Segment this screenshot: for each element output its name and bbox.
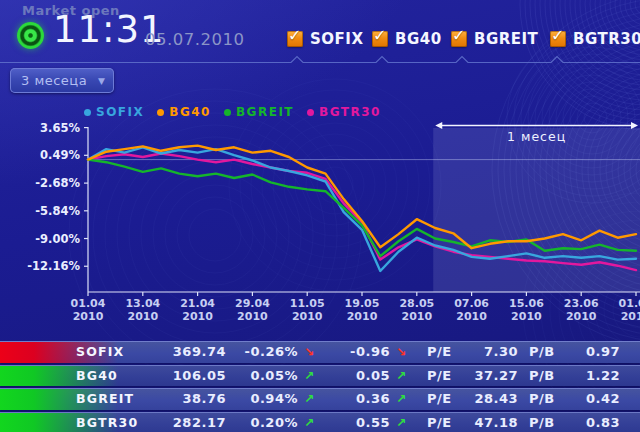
index-change-percent: 0.05% bbox=[232, 366, 298, 387]
y-tick-label: 3.65% bbox=[40, 121, 80, 135]
x-tick-label: 11.052010 bbox=[290, 297, 325, 323]
x-tick-label: 01.042010 bbox=[71, 297, 106, 323]
x-tick-label: 13.042010 bbox=[125, 297, 160, 323]
index-name: SOFIX bbox=[76, 342, 124, 363]
x-tick-label: 15.062010 bbox=[509, 297, 544, 323]
pe-label: P/E bbox=[427, 366, 452, 387]
pe-value: 7.30 bbox=[452, 342, 518, 363]
pe-label: P/E bbox=[427, 342, 452, 363]
x-tick-label: 07.062010 bbox=[454, 297, 489, 323]
highlight-region bbox=[433, 128, 640, 292]
index-name: BGTR30 bbox=[76, 413, 138, 432]
y-tick-label: -12.16% bbox=[27, 259, 80, 273]
pb-label: P/B bbox=[529, 413, 555, 432]
pb-value: 0.42 bbox=[556, 389, 620, 410]
pe-value: 47.18 bbox=[452, 413, 518, 432]
index-value: 38.76 bbox=[140, 389, 226, 410]
y-tick-label: -5.84% bbox=[35, 204, 80, 218]
indices-table: SOFIX 369.74 -0.26% ↘ -0.96 ↘ P/E 7.30 P… bbox=[0, 341, 640, 432]
arrow-right-icon bbox=[631, 122, 638, 129]
index-change-absolute: 0.36 bbox=[330, 389, 390, 410]
trend-arrow-icon: ↗ bbox=[304, 366, 315, 387]
x-tick-label: 29.042010 bbox=[235, 297, 270, 323]
trend-arrow-icon: ↘ bbox=[396, 342, 407, 363]
pb-value: 0.97 bbox=[556, 342, 620, 363]
pb-label: P/B bbox=[529, 342, 555, 363]
table-row-bgreit[interactable]: BGREIT 38.76 0.94% ↗ 0.36 ↗ P/E 28.43 P/… bbox=[0, 388, 640, 410]
y-tick-label: 0.49% bbox=[40, 148, 80, 162]
trend-arrow-icon: ↗ bbox=[304, 389, 315, 410]
trend-arrow-icon: ↗ bbox=[396, 413, 407, 432]
highlight-label: 1 месец bbox=[507, 129, 566, 144]
pb-label: P/B bbox=[529, 389, 555, 410]
pb-label: P/B bbox=[529, 366, 555, 387]
pe-value: 37.27 bbox=[452, 366, 518, 387]
index-name: BG40 bbox=[76, 366, 118, 387]
table-row-bgtr30[interactable]: BGTR30 282.17 0.20% ↗ 0.55 ↗ P/E 47.18 P… bbox=[0, 412, 640, 432]
y-tick-label: -2.68% bbox=[35, 176, 80, 190]
trend-arrow-icon: ↗ bbox=[396, 389, 407, 410]
trend-arrow-icon: ↘ bbox=[304, 342, 315, 363]
index-change-absolute: 0.05 bbox=[330, 366, 390, 387]
pe-label: P/E bbox=[427, 389, 452, 410]
arrow-left-icon bbox=[435, 122, 442, 129]
app-window: Market open 11:31 05.07.2010 ✓ SOFIX ✓ B… bbox=[0, 0, 640, 432]
index-value: 106.05 bbox=[140, 366, 226, 387]
index-value: 282.17 bbox=[140, 413, 226, 432]
index-change-percent: 0.94% bbox=[232, 389, 298, 410]
trend-arrow-icon: ↗ bbox=[304, 413, 315, 432]
index-change-absolute: -0.96 bbox=[330, 342, 390, 363]
x-tick-label: 21.042010 bbox=[180, 297, 215, 323]
index-name: BGREIT bbox=[76, 389, 134, 410]
index-change-absolute: 0.55 bbox=[330, 413, 390, 432]
pe-label: P/E bbox=[427, 413, 452, 432]
x-tick-label: 23.062010 bbox=[564, 297, 599, 323]
pb-value: 1.22 bbox=[556, 366, 620, 387]
x-tick-label: 19.052010 bbox=[345, 297, 380, 323]
pe-value: 28.43 bbox=[452, 389, 518, 410]
pb-value: 0.83 bbox=[556, 413, 620, 432]
y-tick-label: -9.00% bbox=[35, 232, 80, 246]
index-change-percent: 0.20% bbox=[232, 413, 298, 432]
index-value: 369.74 bbox=[140, 342, 226, 363]
x-tick-label: 28.052010 bbox=[399, 297, 434, 323]
x-tick-label: 01.072010 bbox=[619, 297, 640, 323]
trend-arrow-icon: ↗ bbox=[396, 366, 407, 387]
index-change-percent: -0.26% bbox=[232, 342, 298, 363]
table-row-bg40[interactable]: BG40 106.05 0.05% ↗ 0.05 ↗ P/E 37.27 P/B… bbox=[0, 365, 640, 387]
table-row-sofix[interactable]: SOFIX 369.74 -0.26% ↘ -0.96 ↘ P/E 7.30 P… bbox=[0, 341, 640, 363]
